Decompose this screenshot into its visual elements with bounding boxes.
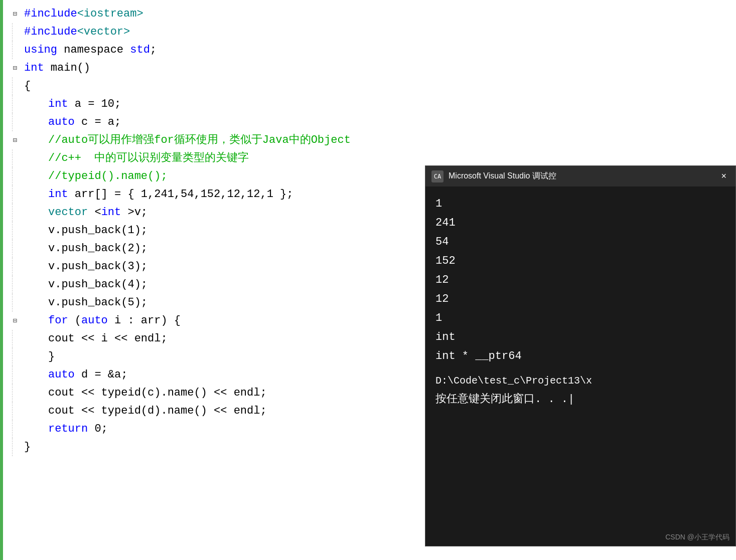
console-path: D:\Code\test_c\Project13\x [435,372,725,390]
line-gutter-22 [0,384,20,402]
line-gutter-4: ⊟ [0,59,20,77]
console-body: 1 241 54 152 12 12 1 int int * __ptr64 D… [425,186,735,546]
line-gutter-23 [0,402,20,420]
console-output-7: 1 [435,309,725,328]
line-content-1: #include<iostream> [20,5,736,23]
line-gutter-19 [0,330,20,348]
line-gutter-11 [0,185,20,204]
line-content-7: auto c = a; [20,113,736,131]
console-close-button[interactable]: × [718,170,729,182]
line-content-6: int a = 10; [20,95,736,113]
console-prompt: 按任意键关闭此窗口. . .| [435,390,725,409]
line-gutter-20 [0,348,20,366]
line-gutter-13 [0,222,20,240]
console-output-4: 152 [435,252,725,271]
collapse-icon-1[interactable]: ⊟ [13,5,17,23]
console-window[interactable]: CA Microsoft Visual Studio 调试控 × 1 241 5… [425,165,736,546]
line-content-4: int main() [20,59,736,77]
console-output-3: 54 [435,233,725,252]
line-content-8: //auto可以用作增强for循环使用，类似于Java中的Object [20,131,736,149]
console-icon: CA [431,170,444,182]
console-titlebar: CA Microsoft Visual Studio 调试控 × [425,166,735,186]
code-line-2: #include<vector> [0,23,736,41]
line-gutter-12 [0,204,20,222]
line-gutter-2 [0,23,20,41]
line-gutter-18: ⊟ [0,312,20,330]
line-gutter-15 [0,258,20,276]
csdn-watermark: CSDN @小王学代码 [665,533,729,542]
line-gutter-25 [0,438,20,456]
collapse-icon-18[interactable]: ⊟ [13,312,17,330]
line-gutter-10 [0,167,20,185]
line-content-9: //c++ 中的可以识别变量类型的关键字 [20,149,736,167]
code-line-6: int a = 10; [0,95,736,113]
console-output-2: 241 [435,214,725,233]
console-output-9: int * __ptr64 [435,347,725,366]
line-gutter-21 [0,366,20,384]
line-gutter-1: ⊟ [0,5,20,23]
code-line-7: auto c = a; [0,113,736,131]
console-output-8: int [435,328,725,347]
console-output-1: 1 [435,195,725,214]
line-gutter-17 [0,294,20,312]
collapse-icon-8[interactable]: ⊟ [13,131,17,149]
line-gutter-6 [0,95,20,113]
line-gutter-9 [0,149,20,167]
code-line-9: //c++ 中的可以识别变量类型的关键字 [0,149,736,167]
code-line-1: ⊟ #include<iostream> [0,5,736,23]
line-gutter-5 [0,77,20,95]
code-line-5: { [0,77,736,95]
console-output-6: 12 [435,290,725,309]
line-gutter-24 [0,420,20,438]
line-gutter-16 [0,276,20,294]
line-content-5: { [20,77,736,95]
line-gutter-14 [0,240,20,258]
collapse-icon-4[interactable]: ⊟ [13,59,17,77]
code-line-4: ⊟ int main() [0,59,736,77]
line-content-2: #include<vector> [20,23,736,41]
code-line-3: using namespace std; [0,41,736,59]
code-line-8: ⊟ //auto可以用作增强for循环使用，类似于Java中的Object [0,131,736,149]
console-titlebar-left: CA Microsoft Visual Studio 调试控 [431,170,556,182]
code-editor: ⊟ #include<iostream> #include<vector> us… [0,0,736,560]
line-content-3: using namespace std; [20,41,736,59]
line-gutter-8: ⊟ [0,131,20,149]
line-gutter-7 [0,113,20,131]
console-title: Microsoft Visual Studio 调试控 [449,171,556,181]
line-gutter-3 [0,41,20,59]
console-output-5: 12 [435,271,725,290]
